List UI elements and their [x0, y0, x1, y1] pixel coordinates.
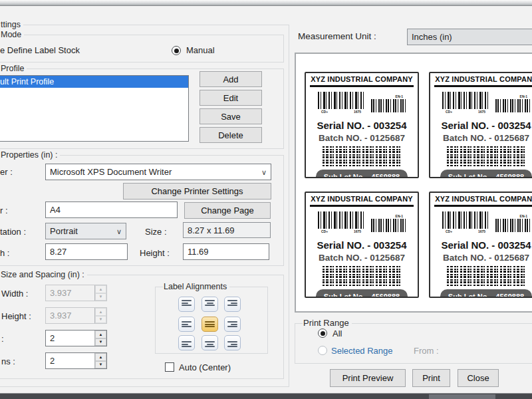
auto-center-checkbox-label[interactable]: Auto (Center)	[179, 362, 231, 372]
label-card: XYZ INDUSTRIAL COMPANY CD+1675 EN-1 Seri…	[305, 72, 419, 178]
label-company-name: XYZ INDUSTRIAL COMPANY	[434, 75, 532, 87]
barcode-caption: 1675	[354, 110, 361, 114]
label-width-value: 3.937	[46, 285, 94, 301]
orientation-combobox[interactable]: Portrait ∨	[45, 223, 126, 239]
align-bottom-right-icon	[227, 338, 237, 347]
page-width-input[interactable]: 8.27	[45, 243, 128, 260]
align-bottom-left-icon	[182, 338, 192, 347]
columns-label: ns :	[1, 356, 15, 366]
settings-groupbox-label: ttings	[0, 20, 23, 29]
orientation-combobox-value: Portrait	[50, 226, 78, 236]
page-height-label: Height :	[140, 248, 170, 258]
spin-down-icon: ▼	[95, 293, 106, 301]
label-company-name: XYZ INDUSTRIAL COMPANY	[310, 75, 414, 87]
label-company-name: XYZ INDUSTRIAL COMPANY	[310, 195, 414, 207]
change-printer-settings-button[interactable]: Change Printer Settings	[123, 183, 271, 200]
spin-down-icon[interactable]: ▼	[95, 338, 106, 346]
print-preview-button[interactable]: Print Preview	[330, 369, 406, 387]
page-width-label: h :	[0, 248, 9, 258]
printer-combobox-value: Microsoft XPS Document Writer	[50, 167, 172, 177]
paper-input[interactable]: A4	[45, 201, 178, 218]
spin-down-icon[interactable]: ▼	[95, 361, 106, 369]
align-top-right-button[interactable]	[224, 297, 241, 312]
align-top-left-button[interactable]	[178, 297, 195, 312]
predefine-stock-radio-label[interactable]: e Define Label Stock	[0, 45, 80, 55]
page-size-field: 8.27 x 11.69	[183, 222, 271, 238]
label-serial-number: Serial NO. - 003254	[430, 120, 532, 131]
data-matrix-barcode-icon	[447, 266, 525, 286]
horizontal-scrollbar-thumb[interactable]	[429, 394, 495, 399]
align-top-center-icon	[205, 300, 215, 309]
delete-button[interactable]: Delete	[200, 127, 262, 143]
profile-list-item-selected[interactable]: ult Print Profile	[0, 76, 188, 88]
spin-up-icon[interactable]: ▲	[95, 353, 106, 361]
print-range-selected-label[interactable]: Selected Range	[331, 346, 393, 356]
measurement-unit-combobox[interactable]: Inches (in)	[407, 29, 532, 45]
data-matrix-barcode-icon	[447, 146, 525, 166]
from-label: From :	[414, 346, 439, 356]
align-middle-center-button-selected[interactable]	[201, 317, 218, 332]
barcode-icon	[318, 92, 364, 109]
edit-button[interactable]: Edit	[200, 90, 262, 106]
label-height-value: 3.937	[46, 308, 94, 323]
rows-label: :	[1, 334, 4, 344]
print-range-all-label[interactable]: All	[332, 329, 342, 338]
label-sublot-badge: Sub Lot No. - 4569888	[440, 289, 532, 298]
close-button[interactable]: Close	[458, 369, 499, 387]
align-bottom-left-button[interactable]	[178, 335, 195, 350]
profile-listbox[interactable]: ult Print Profile	[0, 75, 189, 142]
barcode-caption: CD+	[446, 229, 452, 233]
barcode-caption: CD+	[321, 229, 328, 233]
label-width-label: Width :	[1, 289, 28, 299]
measurement-unit-value: Inches (in)	[412, 32, 452, 42]
align-middle-right-icon	[227, 320, 237, 329]
align-top-left-icon	[182, 300, 192, 309]
save-button[interactable]: Save	[200, 108, 262, 124]
columns-spinner[interactable]: 2 ▲▼	[45, 352, 107, 369]
barcode-caption: EN-1	[396, 214, 403, 218]
barcode-icon	[442, 211, 489, 229]
printer-combobox[interactable]: Microsoft XPS Document Writer ∨	[45, 164, 271, 180]
barcode-icon	[442, 92, 489, 109]
label-sublot-badge: Sub Lot No. - 4569888	[316, 289, 408, 298]
label-sublot-badge: Sub Lot No. - 4569888	[440, 170, 532, 178]
add-button[interactable]: Add	[200, 71, 262, 87]
manual-radio-label[interactable]: Manual	[186, 45, 215, 55]
rows-spinner[interactable]: 2 ▲▼	[45, 330, 107, 346]
auto-center-checkbox[interactable]	[165, 362, 174, 372]
align-top-right-icon	[227, 300, 237, 309]
align-middle-right-button[interactable]	[224, 317, 241, 332]
print-settings-dialog: ttings Mode e Define Label Stock Manual …	[0, 0, 532, 399]
printer-label: er :	[0, 167, 13, 177]
spin-up-icon[interactable]: ▲	[95, 331, 106, 338]
rows-value: 2	[46, 331, 94, 346]
label-card: XYZ INDUSTRIAL COMPANY CD+1675 EN-1 Seri…	[429, 72, 532, 178]
properties-groupbox-label: Properties (in) :	[0, 150, 60, 160]
label-serial-number: Serial NO. - 003254	[306, 120, 418, 131]
label-batch-number: Batch NO. - 0125687	[430, 133, 532, 143]
label-batch-number: Batch NO. - 0125687	[306, 133, 418, 143]
align-bottom-center-button[interactable]	[201, 335, 218, 350]
change-page-button[interactable]: Change Page	[184, 202, 271, 219]
align-top-center-button[interactable]	[201, 297, 218, 312]
label-height-spinner: 3.937 ▲▼	[45, 307, 107, 324]
barcode-caption: EN-1	[396, 94, 403, 98]
measurement-unit-label: Measurement Unit :	[298, 31, 376, 41]
label-height-label: Height :	[1, 311, 31, 321]
print-button[interactable]: Print	[412, 369, 450, 387]
spin-up-icon: ▲	[95, 285, 106, 293]
page-height-input[interactable]: 11.69	[183, 243, 269, 260]
print-range-selected-radio[interactable]	[318, 346, 327, 355]
paper-label: r :	[0, 205, 8, 215]
manual-radio[interactable]	[172, 46, 181, 55]
chevron-down-icon: ∨	[116, 228, 122, 235]
align-middle-center-icon	[205, 320, 215, 329]
label-serial-number: Serial NO. - 003254	[430, 239, 532, 251]
data-matrix-barcode-icon	[323, 146, 401, 166]
print-range-all-radio[interactable]	[318, 329, 327, 338]
barcode-caption: EN-1	[520, 94, 527, 98]
label-company-name: XYZ INDUSTRIAL COMPANY	[434, 195, 532, 207]
barcode-icon	[371, 99, 406, 112]
align-bottom-right-button[interactable]	[224, 335, 241, 350]
align-middle-left-button[interactable]	[178, 317, 195, 332]
